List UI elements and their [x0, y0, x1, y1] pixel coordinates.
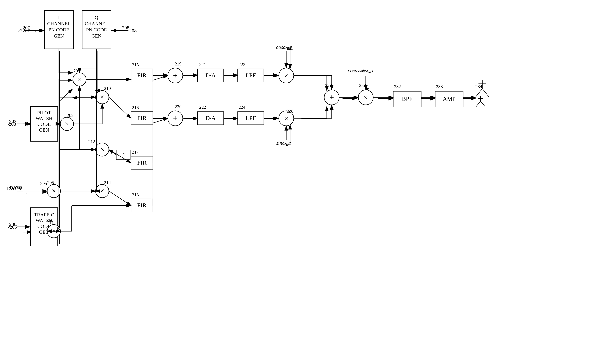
arrow-207: → — [32, 28, 37, 33]
diagram: I CHANNEL PN CODE GEN Q CHANNEL PN CODE … — [0, 0, 594, 364]
antenna-symbol — [475, 94, 486, 109]
arrow-206: → — [24, 231, 28, 236]
svg-line-41 — [481, 101, 485, 106]
svg-line-6 — [47, 108, 54, 119]
arrow-data: → — [23, 190, 28, 196]
arrow-203: → — [24, 123, 28, 128]
svg-line-15 — [59, 89, 73, 101]
svg-line-40 — [476, 101, 481, 106]
connection-lines — [0, 0, 594, 364]
